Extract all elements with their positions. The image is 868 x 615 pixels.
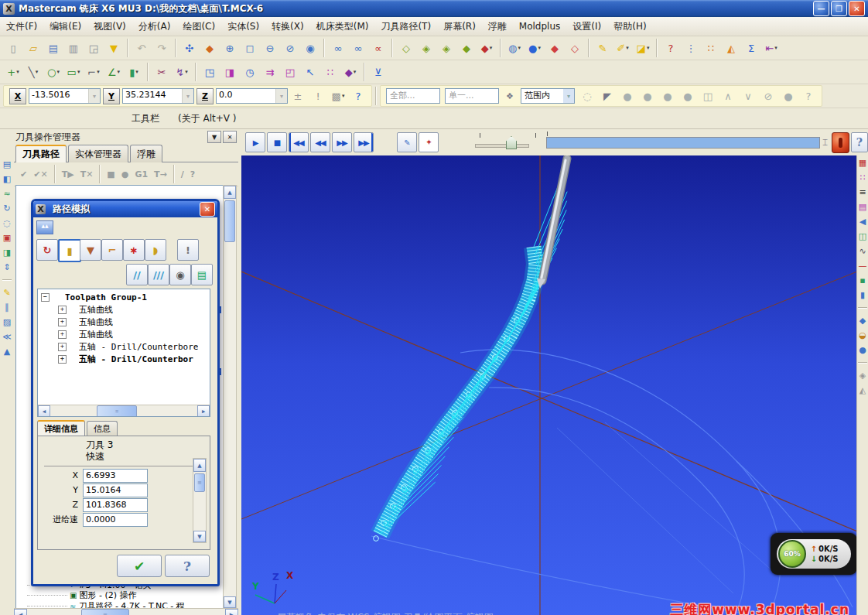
solid-tool-button[interactable]: ◗ [145,239,166,261]
create-line-icon-dropdown[interactable]: ▾ [36,70,39,75]
post-out-icon[interactable]: T→ [154,169,167,179]
gview-more-icon[interactable]: ◆▾ [477,39,496,57]
menu-item-1[interactable]: 编辑(E) [43,18,87,36]
rs-book-icon[interactable]: ◫ [859,232,866,241]
sim-machine-button[interactable]: ↻ [36,239,58,261]
create-line-icon[interactable]: ╲▾ [24,63,43,81]
details-scrollbar[interactable]: ▲ ≡ ▼ [193,458,207,543]
tree-operation-item[interactable]: +五轴曲线 [41,328,210,340]
show-tool-button[interactable]: ▮ [58,239,81,262]
x-axis-button[interactable]: X [9,88,26,104]
rs-lines-icon[interactable]: ≡ [859,188,866,196]
menu-item-8[interactable]: 刀具路径(T) [374,18,437,36]
create-arc-icon-dropdown[interactable]: ▾ [56,70,60,75]
slider-track[interactable] [475,144,529,148]
create-point-icon[interactable]: +▾ [4,63,22,81]
ls-copy-icon[interactable]: ◧ [3,175,11,183]
open-file-icon[interactable]: ▱ [24,39,43,57]
ls-wave-icon[interactable]: ≈ [3,190,10,198]
coord-help-icon[interactable]: ? [349,87,367,105]
scroll-right-icon[interactable]: ▶ [225,609,238,615]
shaded-sphere-icon[interactable]: ●▾ [525,39,544,57]
analyze-position-icon[interactable]: ⋮ [682,39,700,57]
z-axis-button[interactable]: Z [196,88,214,104]
expand-icon[interactable]: + [58,306,67,314]
ls-hatch-icon[interactable]: ▨ [3,318,11,326]
step-back-button[interactable]: ◀◀ [310,132,330,152]
gnomon-icon[interactable]: ◆▾ [341,63,360,81]
go-end-button[interactable]: ▶▶ [354,132,374,152]
menu-item-10[interactable]: 浮雕 [482,18,513,36]
repaint-icon[interactable]: ∞ [349,39,367,57]
stop-button[interactable]: ■ [267,132,287,152]
menu-item-9[interactable]: 屏幕(R) [437,18,482,36]
create-arc-icon[interactable]: ○▾ [44,63,63,81]
select-single-dropdown[interactable]: 单一... [445,88,499,104]
manager-tab-2[interactable]: 浮雕 [130,145,162,162]
xform-stretch-icon[interactable]: ↖ [301,63,320,81]
in-range-dropdown[interactable]: 范围内▾ [521,88,575,104]
print-preview-icon[interactable]: ◲ [84,39,103,57]
save-path-button[interactable]: ▤ [191,264,213,285]
scroll-left-icon[interactable]: ◀ [14,609,27,615]
select-validate-icon[interactable]: ∨ [739,87,757,105]
expand-icon[interactable]: + [58,343,67,351]
xform-rotate-icon[interactable]: ◷ [241,63,259,81]
exit-icon[interactable]: ⇤▾ [762,39,781,57]
xform-translate-icon[interactable]: ◳ [200,63,219,81]
ls-clipboard-icon[interactable]: ▤ [3,160,11,169]
collapse-panel-button[interactable]: ▲▲ [36,220,53,234]
solid-cube-icon[interactable]: ◆ [545,39,564,57]
expand-icon[interactable]: + [58,330,67,339]
scroll-thumb[interactable] [224,200,235,242]
wire-cube-icon[interactable]: ◇ [566,39,584,57]
analyze-angle-icon[interactable]: ◭ [722,39,740,57]
shaded-sphere-icon-dropdown[interactable]: ▾ [538,46,541,51]
close-button[interactable]: ✕ [849,1,865,16]
graphics-viewport[interactable]: Y Z X 60% ↑0K/S ↓0K/S 三维网www.3dportal.cn… [241,155,857,615]
restore-button[interactable]: ❐ [831,1,847,16]
show-holder-button[interactable]: ▼ [80,239,101,261]
select-all-ops-icon[interactable]: ✔ [20,169,27,179]
chain-options-icon[interactable]: ❖ [502,88,518,104]
y-axis-button[interactable]: Y [103,88,120,104]
post-g1-icon[interactable]: G1 [135,169,148,179]
unzoom-80-icon[interactable]: ◉ [301,39,320,57]
save-icon[interactable]: ▤ [44,39,63,57]
manager-dropdown-icon[interactable]: ▼ [207,131,221,143]
select-blob4-icon[interactable]: ● [678,87,697,105]
cursor-config-icon[interactable]: ▩▾ [329,87,347,105]
rs-film-icon[interactable]: ▤ [859,203,866,211]
menu-item-0[interactable]: 文件(F) [0,18,43,36]
menu-item-6[interactable]: 转换(X) [265,18,310,36]
rs-cone-icon[interactable]: ◭ [859,386,866,395]
speed-slider[interactable] [475,133,529,152]
tree-root-item[interactable]: −Toolpath Group-1 [41,291,210,303]
z-coordinate-input[interactable]: 0.0▾ [216,88,288,104]
manager-vertical-scrollbar[interactable]: ▲ ▼ [223,185,237,609]
analyze-sum-icon[interactable]: Σ [742,39,760,57]
lasso-icon[interactable]: ◌ [578,87,596,105]
menu-item-4[interactable]: 绘图(C) [176,18,221,36]
xform-mirror-icon[interactable]: ◨ [220,63,239,81]
ls-lines-icon[interactable]: ∥ [5,303,9,312]
menu-item-11[interactable]: Moldplus [513,19,566,34]
rs-speaker-icon[interactable]: ◀ [859,217,866,226]
rs-screen-icon[interactable]: ▦ [859,159,866,167]
menu-item-5[interactable]: 实体(S) [221,18,265,36]
cursor-config-icon-dropdown[interactable]: ▾ [342,94,345,99]
xform-scale-icon[interactable]: ◰ [281,63,299,81]
rs-chip-icon[interactable]: ▪ [859,276,865,285]
analyze-chain-icon[interactable]: ∷ [702,39,720,57]
xform-array-icon[interactable]: ∷ [321,63,340,81]
menu-item-12[interactable]: 设置(I) [566,18,607,36]
pencil-multi-icon[interactable]: ✐▾ [613,39,632,57]
select-last-icon[interactable]: ∧ [719,87,737,105]
gview-more-icon-dropdown[interactable]: ▾ [490,46,493,51]
analyze-entity-icon[interactable]: ? [661,39,680,57]
x-position-field[interactable]: 6.6993 [83,469,148,483]
tree-horizontal-scrollbar[interactable]: ◀ ≡ ▶ [38,405,210,416]
play-button[interactable]: ▶ [245,132,265,152]
undo-icon[interactable]: ↶ [132,39,151,57]
scroll-thumb[interactable]: ≡ [194,473,205,492]
